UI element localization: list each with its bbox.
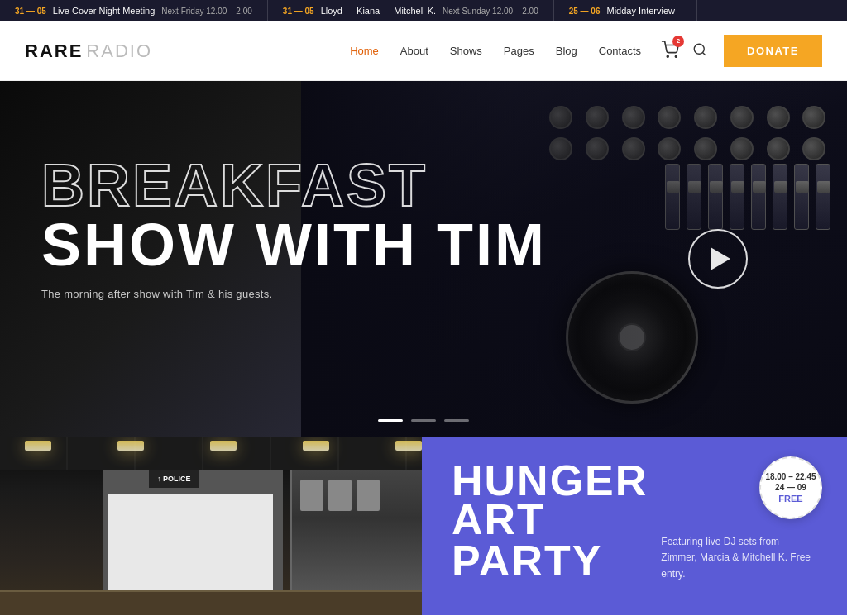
- subway-train: [290, 470, 422, 590]
- search-icon: [692, 42, 707, 57]
- hero-show-text: SHOW: [41, 212, 256, 278]
- nav-about[interactable]: About: [400, 45, 428, 57]
- cart-count: 2: [672, 36, 684, 47]
- ticker-title-3: Midday Interview: [607, 6, 676, 16]
- event-badge: 18.00 – 22.45 24 — 09 FREE: [759, 456, 822, 519]
- logo[interactable]: RARE RADIO: [25, 41, 152, 62]
- cart-button[interactable]: 2: [661, 41, 679, 62]
- subway-lights: [0, 441, 422, 451]
- nav-blog[interactable]: Blog: [556, 45, 577, 57]
- nav-pages[interactable]: Pages: [504, 45, 534, 57]
- header-icons: 2: [661, 41, 707, 62]
- svg-point-1: [675, 55, 677, 57]
- nav-contacts[interactable]: Contacts: [599, 45, 641, 57]
- play-button[interactable]: [688, 229, 748, 289]
- ticker-title-2: Lloyd — Kiana — Mitchell K.: [321, 6, 436, 16]
- slider-dot-2[interactable]: [411, 419, 436, 422]
- event-party-label: PARTY: [452, 539, 648, 582]
- hero-subtitle: The morning after show with Tim & his gu…: [41, 288, 547, 300]
- event-name: HUNGER ART: [452, 461, 648, 539]
- nav-home[interactable]: Home: [350, 45, 379, 57]
- train-window: [357, 480, 380, 511]
- svg-line-3: [703, 52, 706, 55]
- main-nav: Home About Shows Pages Blog Contacts: [350, 45, 641, 57]
- event-name-block: HUNGER ART PARTY: [452, 461, 648, 582]
- subway-light: [25, 441, 51, 451]
- hero-title-solid: SHOW WITH TIM: [41, 215, 547, 275]
- donate-button[interactable]: DONATE: [724, 35, 822, 67]
- bottom-section: ↑ POLICE 18.00 – 22.45 24 — 09 FREE HUNG…: [0, 437, 847, 615]
- search-button[interactable]: [692, 42, 707, 60]
- police-sign: ↑ POLICE: [149, 470, 199, 488]
- ticker-item-1: 31 — 05 Live Cover Night Meeting Next Fr…: [0, 0, 268, 21]
- subway-light: [210, 441, 237, 451]
- ticker-item-2: 31 — 05 Lloyd — Kiana — Mitchell K. Next…: [268, 0, 554, 21]
- event-badge-date: 24 — 09: [775, 482, 806, 493]
- ticker-time-1: Next Friday 12.00 – 2.00: [161, 7, 252, 16]
- play-icon: [711, 247, 730, 270]
- logo-bold: RARE: [25, 41, 83, 62]
- hero-content: BREAKFAST SHOW WITH TIM The morning afte…: [41, 155, 547, 300]
- hero-name-text: WITH TIM: [256, 212, 547, 278]
- subway-floor: [0, 590, 422, 615]
- slider-dot-1[interactable]: [378, 419, 403, 422]
- nav-shows[interactable]: Shows: [450, 45, 482, 57]
- ticker-time-2: Next Sunday 12.00 – 2.00: [443, 7, 538, 16]
- logo-light: RADIO: [86, 41, 152, 62]
- event-description: Featuring live DJ sets from Zimmer, Marc…: [661, 534, 817, 582]
- ticker-item-3: 25 — 06 Midday Interview: [554, 0, 697, 21]
- ticker-bar: 31 — 05 Live Cover Night Meeting Next Fr…: [0, 0, 847, 21]
- site-header: RARE RADIO Home About Shows Pages Blog C…: [0, 21, 847, 81]
- subway-light: [117, 441, 144, 451]
- subway-image: ↑ POLICE: [0, 437, 422, 615]
- svg-point-0: [667, 55, 668, 57]
- train-windows: [292, 470, 422, 521]
- ticker-date-1: 31 — 05: [15, 7, 46, 16]
- svg-point-2: [694, 44, 704, 54]
- event-badge-free: FREE: [778, 493, 802, 504]
- ticker-title-1: Live Cover Night Meeting: [53, 6, 156, 16]
- slider-dots: [378, 419, 469, 422]
- train-window: [300, 480, 323, 511]
- ticker-date-3: 25 — 06: [569, 7, 601, 16]
- event-badge-time: 18.00 – 22.45: [765, 471, 816, 482]
- event-card: 18.00 – 22.45 24 — 09 FREE HUNGER ART PA…: [422, 437, 847, 615]
- train-window: [328, 480, 352, 511]
- slider-dot-3[interactable]: [444, 419, 469, 422]
- subway-light: [395, 441, 422, 451]
- hero-section: BREAKFAST SHOW WITH TIM The morning afte…: [0, 81, 847, 437]
- subway-pillar-2: [273, 470, 283, 590]
- hero-title-outline: BREAKFAST: [41, 155, 547, 215]
- subway-light: [303, 441, 329, 451]
- ticker-date-2: 31 — 05: [283, 7, 314, 16]
